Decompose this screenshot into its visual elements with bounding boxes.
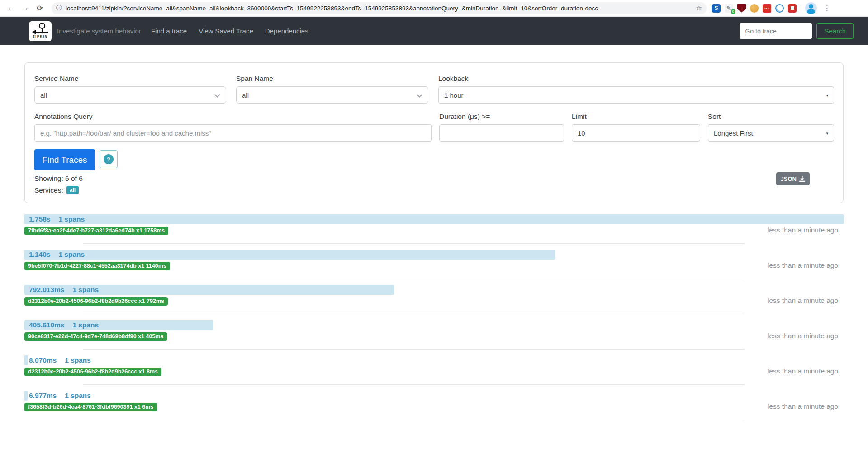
- trace-id-badge: d2312b0e-20b2-4506-96b2-f8b2d9b26ccc x1 …: [24, 297, 168, 306]
- trace-id-badge: 9be5f070-7b1d-4227-88c1-4552aa3174db x1 …: [24, 262, 170, 270]
- bird-glyph: ✎: [726, 5, 731, 12]
- tagline: Investigate system behavior: [57, 27, 141, 35]
- chevron-down-icon: [417, 92, 422, 98]
- go-to-trace-input[interactable]: [740, 23, 812, 39]
- trace-span-count: 1 spans: [58, 214, 85, 224]
- back-icon[interactable]: ←: [5, 2, 17, 14]
- trace-row[interactable]: 6.977ms 1 spans f3658f3d-b26d-4ea4-8761-…: [24, 391, 844, 426]
- services-badge[interactable]: all: [66, 186, 79, 194]
- trace-duration: 1.140s: [29, 250, 50, 260]
- nav-find-a-trace[interactable]: Find a trace: [151, 27, 187, 35]
- row-divider: [83, 279, 745, 279]
- span-name-value: all: [242, 91, 249, 99]
- extension-s-icon[interactable]: S: [712, 4, 721, 13]
- trace-duration-bar: 8.070ms 1 spans: [24, 355, 844, 365]
- json-download-button[interactable]: JSON: [776, 172, 810, 185]
- span-name-label: Span Name: [236, 75, 428, 83]
- row-divider: [83, 314, 745, 314]
- trace-row[interactable]: 405.610ms 1 spans 90ce8317-e22d-47c4-9d7…: [24, 320, 844, 355]
- find-traces-button[interactable]: Find Traces: [34, 149, 95, 170]
- extensions-area: S ✎ 0 ••• ⋮: [712, 2, 833, 14]
- trace-row[interactable]: 1.140s 1 spans 9be5f070-7b1d-4227-88c1-4…: [24, 250, 844, 285]
- lookback-label: Lookback: [438, 75, 834, 83]
- trace-duration-bar: 1.140s 1 spans: [24, 250, 844, 260]
- trace-id-badge: d2312b0e-20b2-4506-96b2-f8b2d9b26ccc x1 …: [24, 368, 161, 376]
- trace-duration: 1.758s: [29, 214, 50, 224]
- page-info-icon[interactable]: ⓘ: [56, 4, 62, 12]
- trace-span-count: 1 spans: [65, 355, 91, 365]
- extension-red-icon[interactable]: [788, 4, 797, 13]
- extension-badge: 0: [731, 9, 735, 14]
- row-divider: [83, 420, 745, 420]
- profile-avatar[interactable]: [805, 2, 817, 14]
- trace-duration: 6.977ms: [29, 391, 57, 401]
- help-button[interactable]: ?: [100, 150, 118, 168]
- bookmark-star-icon[interactable]: ☆: [696, 4, 702, 12]
- trace-id-badge: f3658f3d-b26d-4ea4-8761-3fdbf9690391 x1 …: [24, 403, 157, 411]
- row-divider: [83, 349, 745, 350]
- ublock-shield-icon[interactable]: [737, 4, 746, 13]
- trace-duration: 8.070ms: [29, 355, 57, 365]
- trace-row[interactable]: 8.070ms 1 spans d2312b0e-20b2-4506-96b2-…: [24, 355, 844, 391]
- nav-view-saved-trace[interactable]: View Saved Trace: [199, 27, 253, 35]
- header-nav: Find a trace View Saved Trace Dependenci…: [151, 27, 308, 35]
- select-arrow-icon: ▼: [825, 132, 829, 136]
- trace-span-count: 1 spans: [65, 391, 91, 401]
- trace-id-badge: 7fbd6f8a-ea2f-4de7-b727-a312da6ed74b x1 …: [24, 227, 168, 235]
- browser-menu-icon[interactable]: ⋮: [821, 4, 833, 12]
- url-text[interactable]: localhost:9411/zipkin/?serviceName=all&s…: [66, 5, 693, 12]
- trace-age: less than a minute ago: [768, 226, 838, 234]
- reload-icon[interactable]: ⟳: [33, 2, 46, 14]
- trace-span-count: 1 spans: [72, 285, 99, 295]
- showing-count: Showing: 6 of 6: [34, 175, 834, 183]
- json-button-label: JSON: [781, 175, 797, 182]
- nav-dependencies[interactable]: Dependencies: [265, 27, 308, 35]
- services-label: Services:: [34, 186, 63, 194]
- search-button[interactable]: Search: [816, 23, 854, 39]
- limit-label: Limit: [572, 113, 700, 121]
- service-name-label: Service Name: [34, 75, 226, 83]
- browser-toolbar: ← → ⟳ ⓘ localhost:9411/zipkin/?serviceNa…: [0, 0, 868, 17]
- trace-id-badge: 90ce8317-e22d-47c4-9d7e-748d69b8df90 x1 …: [24, 332, 167, 341]
- annotations-query-label: Annotations Query: [34, 113, 432, 121]
- trace-age: less than a minute ago: [768, 297, 838, 305]
- annotations-query-input[interactable]: [34, 124, 432, 142]
- trace-duration-bar: 792.013ms 1 spans: [24, 285, 844, 295]
- question-mark-icon: ?: [104, 154, 114, 164]
- trace-results-list: 1.758s 1 spans 7fbd6f8a-ea2f-4de7-b727-a…: [24, 214, 844, 426]
- service-name-select[interactable]: all: [34, 86, 226, 104]
- sort-label: Sort: [708, 113, 834, 121]
- lookback-value: 1 hour: [444, 91, 464, 99]
- zipkin-logo-text: ZIPKIN: [33, 35, 47, 38]
- extension-swirl-icon[interactable]: [775, 4, 784, 13]
- trace-duration: 405.610ms: [29, 320, 64, 330]
- extension-bird-icon[interactable]: ✎ 0: [725, 4, 733, 13]
- zipkin-header: ZIPKIN Investigate system behavior Find …: [0, 17, 868, 45]
- trace-duration-bar: 6.977ms 1 spans: [24, 391, 844, 401]
- sort-value: Longest First: [714, 129, 753, 137]
- lookback-select[interactable]: 1 hour ▼: [438, 86, 834, 104]
- duration-input[interactable]: [439, 124, 564, 142]
- trace-row[interactable]: 1.758s 1 spans 7fbd6f8a-ea2f-4de7-b727-a…: [24, 214, 844, 250]
- trace-span-count: 1 spans: [58, 250, 85, 260]
- trace-row[interactable]: 792.013ms 1 spans d2312b0e-20b2-4506-96b…: [24, 285, 844, 320]
- zipkin-lollipop-icon: [31, 22, 49, 36]
- trace-age: less than a minute ago: [768, 367, 838, 375]
- trace-duration: 792.013ms: [29, 285, 64, 295]
- download-icon: [799, 176, 805, 182]
- search-panel: Service Name all Span Name all Lookback …: [24, 62, 844, 203]
- extension-orange-icon[interactable]: [750, 4, 759, 13]
- trace-age: less than a minute ago: [768, 261, 838, 269]
- trace-age: less than a minute ago: [768, 402, 838, 411]
- zipkin-logo[interactable]: ZIPKIN: [29, 21, 52, 41]
- extension-red-dots-icon[interactable]: •••: [763, 4, 771, 13]
- service-name-value: all: [40, 91, 47, 99]
- chevron-down-icon: [214, 92, 220, 98]
- trace-duration-bar: 405.610ms 1 spans: [24, 320, 844, 330]
- span-name-select[interactable]: all: [236, 86, 428, 104]
- limit-input[interactable]: [572, 124, 700, 142]
- row-divider: [83, 243, 745, 244]
- sort-select[interactable]: Longest First ▼: [708, 124, 834, 142]
- address-bar[interactable]: ⓘ localhost:9411/zipkin/?serviceName=all…: [52, 2, 707, 14]
- forward-icon[interactable]: →: [19, 2, 32, 14]
